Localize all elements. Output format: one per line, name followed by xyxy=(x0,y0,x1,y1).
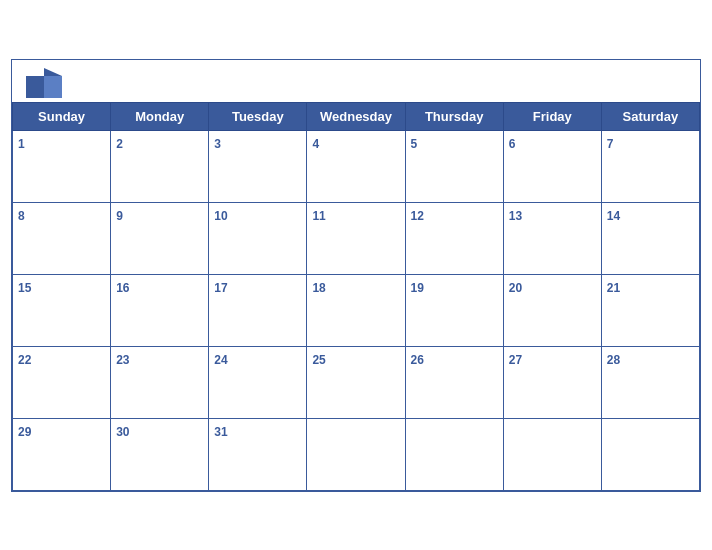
calendar-cell: 3 xyxy=(209,130,307,202)
day-number: 2 xyxy=(116,137,123,151)
calendar-cell: 20 xyxy=(503,274,601,346)
day-number: 24 xyxy=(214,353,227,367)
calendar: SundayMondayTuesdayWednesdayThursdayFrid… xyxy=(11,59,701,492)
weekday-wednesday: Wednesday xyxy=(307,102,405,130)
day-number: 8 xyxy=(18,209,25,223)
logo xyxy=(26,68,66,98)
calendar-cell: 26 xyxy=(405,346,503,418)
calendar-cell: 9 xyxy=(111,202,209,274)
day-number: 12 xyxy=(411,209,424,223)
calendar-cell xyxy=(601,418,699,490)
calendar-table: SundayMondayTuesdayWednesdayThursdayFrid… xyxy=(12,102,700,491)
calendar-cell: 27 xyxy=(503,346,601,418)
svg-marker-2 xyxy=(44,76,62,98)
day-number: 4 xyxy=(312,137,319,151)
day-number: 19 xyxy=(411,281,424,295)
week-row-5: 293031 xyxy=(13,418,700,490)
calendar-cell: 22 xyxy=(13,346,111,418)
day-number: 29 xyxy=(18,425,31,439)
day-number: 1 xyxy=(18,137,25,151)
day-number: 10 xyxy=(214,209,227,223)
calendar-cell: 4 xyxy=(307,130,405,202)
day-number: 3 xyxy=(214,137,221,151)
weekday-friday: Friday xyxy=(503,102,601,130)
day-number: 20 xyxy=(509,281,522,295)
calendar-cell: 15 xyxy=(13,274,111,346)
day-number: 25 xyxy=(312,353,325,367)
day-number: 16 xyxy=(116,281,129,295)
calendar-cell: 30 xyxy=(111,418,209,490)
calendar-cell xyxy=(503,418,601,490)
calendar-cell: 10 xyxy=(209,202,307,274)
day-number: 5 xyxy=(411,137,418,151)
day-number: 27 xyxy=(509,353,522,367)
week-row-2: 891011121314 xyxy=(13,202,700,274)
day-number: 23 xyxy=(116,353,129,367)
calendar-cell: 11 xyxy=(307,202,405,274)
weekday-sunday: Sunday xyxy=(13,102,111,130)
calendar-cell: 8 xyxy=(13,202,111,274)
logo-icon xyxy=(26,68,62,98)
weekday-saturday: Saturday xyxy=(601,102,699,130)
calendar-cell: 23 xyxy=(111,346,209,418)
day-number: 11 xyxy=(312,209,325,223)
calendar-cell: 18 xyxy=(307,274,405,346)
day-number: 18 xyxy=(312,281,325,295)
day-number: 30 xyxy=(116,425,129,439)
calendar-header xyxy=(12,60,700,102)
day-number: 21 xyxy=(607,281,620,295)
day-number: 15 xyxy=(18,281,31,295)
weekday-header-row: SundayMondayTuesdayWednesdayThursdayFrid… xyxy=(13,102,700,130)
day-number: 26 xyxy=(411,353,424,367)
calendar-cell: 29 xyxy=(13,418,111,490)
calendar-cell: 1 xyxy=(13,130,111,202)
calendar-cell: 13 xyxy=(503,202,601,274)
day-number: 14 xyxy=(607,209,620,223)
calendar-cell: 21 xyxy=(601,274,699,346)
calendar-cell: 2 xyxy=(111,130,209,202)
week-row-3: 15161718192021 xyxy=(13,274,700,346)
calendar-cell: 16 xyxy=(111,274,209,346)
calendar-cell: 17 xyxy=(209,274,307,346)
calendar-cell: 14 xyxy=(601,202,699,274)
day-number: 22 xyxy=(18,353,31,367)
week-row-4: 22232425262728 xyxy=(13,346,700,418)
calendar-cell: 7 xyxy=(601,130,699,202)
calendar-cell: 19 xyxy=(405,274,503,346)
day-number: 28 xyxy=(607,353,620,367)
calendar-cell: 12 xyxy=(405,202,503,274)
svg-marker-1 xyxy=(44,68,62,76)
weekday-monday: Monday xyxy=(111,102,209,130)
day-number: 17 xyxy=(214,281,227,295)
calendar-cell: 31 xyxy=(209,418,307,490)
calendar-cell: 25 xyxy=(307,346,405,418)
calendar-cell xyxy=(405,418,503,490)
day-number: 6 xyxy=(509,137,516,151)
week-row-1: 1234567 xyxy=(13,130,700,202)
day-number: 13 xyxy=(509,209,522,223)
calendar-cell: 24 xyxy=(209,346,307,418)
calendar-cell xyxy=(307,418,405,490)
weekday-tuesday: Tuesday xyxy=(209,102,307,130)
calendar-cell: 6 xyxy=(503,130,601,202)
day-number: 9 xyxy=(116,209,123,223)
calendar-cell: 28 xyxy=(601,346,699,418)
weekday-thursday: Thursday xyxy=(405,102,503,130)
day-number: 7 xyxy=(607,137,614,151)
svg-rect-0 xyxy=(26,76,44,98)
calendar-cell: 5 xyxy=(405,130,503,202)
day-number: 31 xyxy=(214,425,227,439)
